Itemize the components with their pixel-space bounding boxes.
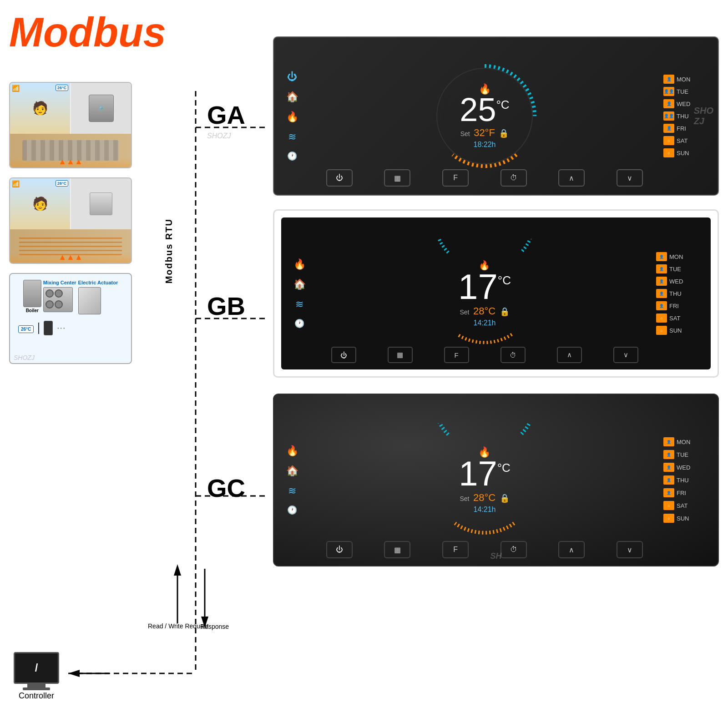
- gauge-gb: 🔥 17°C Set 28°C 🔒 14:21h: [430, 239, 539, 348]
- mixing-label: Mixing Center: [43, 280, 76, 285]
- gauge-ga: 🔥 25°C Set 32°F 🔒 18:22h: [428, 59, 541, 173]
- lock-icon-gc: 🔒: [500, 494, 510, 503]
- left-icons-ga: ⏻ 🏠 🔥 ≋ 🕐: [278, 71, 306, 161]
- btn-down-gb[interactable]: ∨: [613, 347, 638, 363]
- heat-arrows: ▲▲▲: [58, 157, 82, 167]
- btn-timer-gb[interactable]: ⏱: [500, 347, 526, 363]
- day-fri-gb: 👤 FRI: [656, 301, 706, 310]
- read-write-label: Read / Write Request: [148, 622, 209, 630]
- ga-text: GA: [207, 101, 245, 129]
- btn-down-gc[interactable]: ∨: [617, 541, 643, 558]
- gc-label: GC: [207, 473, 245, 503]
- d-thu-gb: 👤: [656, 289, 667, 298]
- time-ga: 18:22h: [460, 141, 509, 149]
- btn-f-gc[interactable]: F: [442, 541, 469, 558]
- btn-timer-ga[interactable]: ⏱: [500, 169, 527, 187]
- day-icon-sat-ga: ⌂: [663, 136, 674, 145]
- brand-title: Modbus: [9, 9, 166, 56]
- btn-f-ga[interactable]: F: [442, 169, 469, 187]
- monitor-icon: /: [14, 652, 59, 688]
- connector-line: [38, 323, 39, 334]
- btn-up-ga[interactable]: ∧: [558, 169, 585, 187]
- thermostat-gb: 🔥 🏠 ≋ 🕐 🔥 17°C Set 28°C 🔒: [273, 209, 719, 378]
- watermark-gc: SH: [490, 551, 501, 561]
- boiler-diagram: Boiler Mixing Center Electric Actuator 2…: [9, 273, 132, 364]
- mon-label-ga: MON: [677, 76, 690, 83]
- bottom-buttons-ga[interactable]: ⏻ ▦ F ⏱ ∧ ∨: [310, 169, 659, 187]
- modbus-rtu-label: Modbus RTU: [164, 218, 174, 283]
- electric-label: Electric Actuator: [78, 280, 118, 285]
- dots-indicator: • • •: [57, 326, 65, 331]
- knob-3: [46, 300, 54, 308]
- heat-arrows-2: ▲▲▲: [58, 253, 82, 262]
- btn-schedule-gc[interactable]: ▦: [384, 541, 410, 558]
- device-scene-1: 📶 26°C 🧑 ⚙️ ▲▲▲: [9, 82, 132, 168]
- temp-badge-2: 26°C: [56, 180, 68, 187]
- btn-f-gb[interactable]: F: [444, 347, 469, 363]
- valve-scene: ⚙️: [71, 83, 131, 134]
- tue-gc: TUE: [677, 451, 688, 458]
- thu-gc: THU: [677, 477, 689, 484]
- d-tue-gb: 👤: [656, 264, 667, 273]
- sun-label-ga: SUN: [677, 150, 689, 157]
- mixing-center-component: Mixing Center: [43, 280, 76, 312]
- monitor-screen: /: [14, 652, 59, 684]
- time-gc: 14:21h: [459, 506, 511, 514]
- mon-gc: MON: [677, 439, 690, 445]
- controller-label: Controller: [14, 691, 59, 701]
- gc-text: GC: [207, 474, 245, 502]
- wed-label-ga: WED: [677, 101, 690, 107]
- sun-gb: SUN: [669, 327, 682, 334]
- btn-schedule-gb[interactable]: ▦: [388, 347, 413, 363]
- time-gb: 14:21h: [458, 319, 511, 327]
- set-label-gb: Set: [460, 308, 469, 316]
- btn-up-gc[interactable]: ∧: [558, 541, 585, 558]
- btn-power-gc[interactable]: ⏻: [326, 541, 353, 558]
- bottom-buttons-gc[interactable]: ⏻ ▦ F ⏱ ∧ ∨: [310, 541, 659, 558]
- temp-badge-1: 26°C: [56, 85, 68, 91]
- boiler-label: Boiler: [23, 308, 41, 313]
- mon-gb: MON: [669, 253, 683, 260]
- day-mon-gc: 👤 MON: [663, 437, 713, 446]
- bottom-buttons-gb[interactable]: ⏻ ▦ F ⏱ ∧ ∨: [315, 347, 654, 363]
- d-wed-gb: 👤: [656, 277, 667, 286]
- d-mon-gc: 👤: [663, 437, 674, 446]
- day-fri-gc: 👤 FRI: [663, 488, 713, 497]
- person-icon-1: 🧑: [32, 101, 48, 116]
- ga-label: GA: [207, 100, 245, 130]
- left-icons-gb: 🔥 🏠 ≋ 🕐: [286, 258, 313, 329]
- clock-gc: 🕐: [287, 505, 297, 515]
- set-temp-gb: 28°C: [473, 305, 495, 317]
- day-icon-sun-ga: ⌂: [663, 148, 674, 157]
- day-thu-gc: 👤 THU: [663, 475, 713, 485]
- phone-icon: [44, 321, 53, 335]
- set-label-ga: Set: [460, 130, 470, 137]
- electric-floor-scene: ▲▲▲: [10, 229, 131, 263]
- cable-scene: [71, 178, 131, 229]
- btn-power-ga[interactable]: ⏻: [326, 169, 353, 187]
- home-gc: 🏠: [286, 465, 298, 477]
- d-sat-gc: ⌂: [663, 501, 674, 510]
- set-temp-ga: 32°F: [474, 127, 495, 138]
- actuator-component: Electric Actuator: [78, 280, 118, 314]
- d-sat-gb: ⌂: [656, 313, 667, 323]
- gauge-center-ga: 🔥 25°C Set 32°F 🔒 18:22h: [460, 83, 509, 149]
- watermark-ga-device: SHOZJ: [694, 106, 713, 126]
- svg-marker-10: [68, 670, 80, 677]
- mixing-shape: [43, 287, 73, 312]
- btn-schedule-ga[interactable]: ▦: [384, 169, 410, 187]
- flame-icon-gb: 🔥: [293, 258, 306, 270]
- day-sat-gc: ⌂ SAT: [663, 501, 713, 510]
- days-gc: 👤 MON 👤 TUE 👤 WED 👤 THU 👤 FRI ⌂ SAT ⌂ SU…: [663, 437, 713, 523]
- btn-power-gb[interactable]: ⏻: [331, 347, 356, 363]
- boiler-shape: [23, 280, 41, 307]
- d-sun-gc: ⌂: [663, 514, 674, 523]
- actuator-shape: [78, 287, 101, 314]
- sat-gc: SAT: [677, 502, 688, 509]
- d-thu-gc: 👤: [663, 475, 674, 485]
- response-label: Response: [200, 623, 229, 630]
- btn-timer-gc[interactable]: ⏱: [500, 541, 527, 558]
- btn-up-gb[interactable]: ∧: [557, 347, 582, 363]
- day-mon-gb: 👤 MON: [656, 252, 706, 261]
- btn-down-ga[interactable]: ∨: [617, 169, 643, 187]
